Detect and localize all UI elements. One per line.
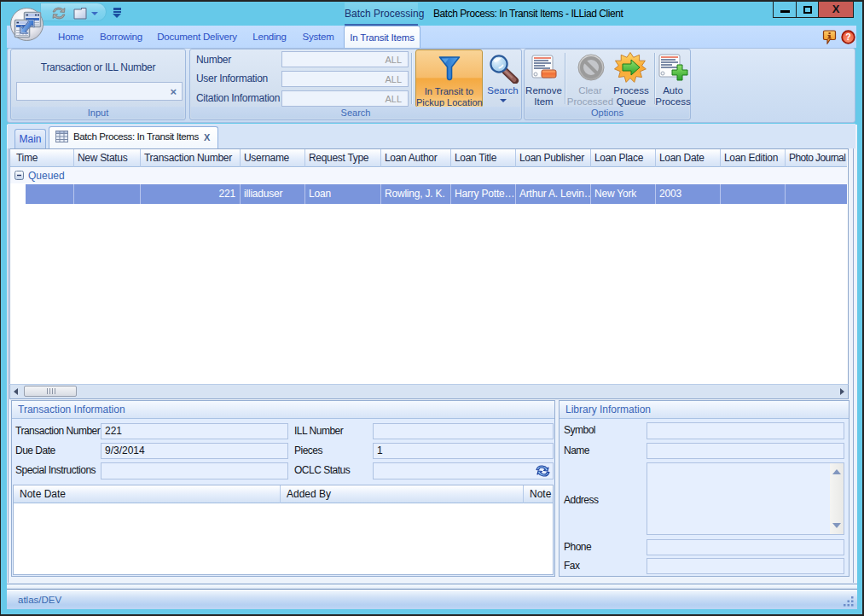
- svg-text:?: ?: [845, 32, 850, 42]
